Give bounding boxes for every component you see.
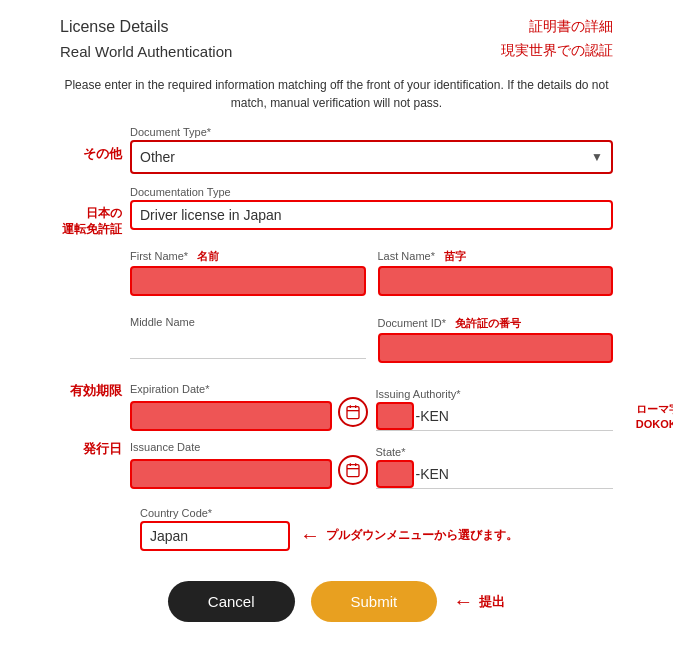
doc-subtype-sublabel: Documentation Type: [130, 186, 613, 198]
issuance-date-row: [130, 455, 368, 489]
cancel-button[interactable]: Cancel: [168, 581, 295, 622]
submit-arrow-icon: ←: [453, 590, 473, 613]
doc-subtype-jp-label: 日本の 運転免許証: [60, 184, 130, 237]
doc-subtype-input[interactable]: [130, 200, 613, 230]
submit-button[interactable]: Submit: [311, 581, 438, 622]
name-fields: First Name* 名前 Last Name* 苗字: [130, 247, 613, 296]
expiry-jp-text: 有効期限: [70, 383, 122, 398]
last-name-jp: 苗字: [444, 250, 466, 262]
doc-id-group: Document ID* 免許証の番号: [378, 314, 614, 363]
issuance-jp-text: 発行日: [83, 441, 122, 456]
last-name-input[interactable]: [378, 266, 614, 296]
doc-id-jp: 免許証の番号: [455, 317, 521, 329]
issuance-row: 発行日 Issuance Date: [60, 439, 613, 489]
authority-input-row: -KEN: [376, 402, 614, 431]
issuance-fields: Issuance Date: [130, 439, 613, 489]
doc-subtype-row: 日本の 運転免許証 Documentation Type: [60, 184, 613, 237]
doc-type-jp-label: その他: [60, 124, 130, 163]
expiry-calendar-icon[interactable]: [338, 397, 368, 427]
issuance-jp-label: 発行日: [60, 439, 130, 458]
docid-jp-spacer: [60, 314, 130, 336]
page-title: License Details: [60, 18, 169, 36]
issuance-calendar-icon[interactable]: [338, 455, 368, 485]
country-row: Country Code* ← プルダウンメニューから選びます。: [60, 505, 613, 551]
issuance-date-input[interactable]: [130, 459, 332, 489]
doc-type-field-group: Document Type* Other Passport Driver Lic…: [130, 124, 613, 174]
middle-docid-two-col: Middle Name Document ID* 免許証の番号: [130, 314, 613, 363]
page-title-jp: 証明書の詳細: [529, 18, 613, 36]
doc-id-sublabel: Document ID* 免許証の番号: [378, 316, 614, 331]
state-input-wrapper: -KEN: [376, 460, 614, 489]
middle-name-group: Middle Name: [130, 314, 366, 363]
expiry-fields: Expiration Date*: [130, 381, 613, 431]
country-field-group: Country Code*: [140, 505, 290, 551]
submit-annotation: ← 提出: [453, 590, 505, 613]
subheader: Real World Authentication 現実世界での認証: [0, 40, 673, 70]
authority-sublabel: Issuing Authority*: [376, 388, 614, 400]
first-name-group: First Name* 名前: [130, 247, 366, 296]
submit-jp-text: 提出: [479, 593, 505, 611]
state-suffix-text: -KEN: [414, 466, 449, 482]
state-sublabel: State*: [376, 446, 614, 458]
country-input[interactable]: [140, 521, 290, 551]
doc-type-select[interactable]: Other Passport Driver License ID Card: [130, 140, 613, 174]
issuance-input-group: [130, 459, 332, 489]
authority-filled-box: [376, 402, 414, 430]
issuance-date-group: Issuance Date: [130, 439, 368, 489]
authority-group: Issuing Authority* -KEN ローマ字で、 DOKOKANO-…: [376, 386, 614, 431]
country-annotation-group: ← プルダウンメニューから選びます。: [300, 524, 518, 551]
state-filled-box: [376, 460, 414, 488]
first-name-input[interactable]: [130, 266, 366, 296]
expiry-sublabel: Expiration Date*: [130, 383, 368, 395]
authority-input-wrapper: -KEN: [376, 402, 614, 431]
expiry-date-row: [130, 397, 368, 431]
doc-type-row: その他 Document Type* Other Passport Driver…: [60, 124, 613, 174]
middle-name-sublabel: Middle Name: [130, 316, 366, 328]
middle-docid-fields: Middle Name Document ID* 免許証の番号: [130, 314, 613, 363]
name-jp-spacer: [60, 247, 130, 269]
expiry-input-group: [130, 401, 332, 431]
middle-name-input[interactable]: [130, 330, 366, 359]
form-area: その他 Document Type* Other Passport Driver…: [0, 124, 673, 551]
doc-subtype-field-group: Documentation Type: [130, 184, 613, 230]
country-sublabel: Country Code*: [140, 507, 290, 519]
expiry-row: 有効期限 Expiration Date*: [60, 381, 613, 431]
expiry-jp-label: 有効期限: [60, 381, 130, 400]
issuance-sublabel: Issuance Date: [130, 441, 368, 453]
middle-docid-row: Middle Name Document ID* 免許証の番号: [60, 314, 613, 363]
state-group: State* -KEN: [376, 444, 614, 489]
doc-type-sublabel: Document Type*: [130, 126, 613, 138]
expiry-date-group: Expiration Date*: [130, 381, 368, 431]
doc-type-select-wrapper[interactable]: Other Passport Driver License ID Card ▼: [130, 140, 613, 174]
state-input-row: -KEN: [376, 460, 614, 489]
subheader-title: Real World Authentication: [60, 43, 232, 60]
notice-text: Please enter in the required information…: [0, 70, 673, 124]
name-two-col: First Name* 名前 Last Name* 苗字: [130, 247, 613, 296]
footer-buttons: Cancel Submit ← 提出: [0, 561, 673, 632]
last-name-label: Last Name* 苗字: [378, 249, 614, 264]
subheader-title-jp: 現実世界での認証: [501, 42, 613, 60]
last-name-group: Last Name* 苗字: [378, 247, 614, 296]
name-row: First Name* 名前 Last Name* 苗字: [60, 247, 613, 296]
first-name-jp: 名前: [197, 250, 219, 262]
doc-id-input[interactable]: [378, 333, 614, 363]
header: License Details 証明書の詳細: [0, 0, 673, 40]
svg-rect-0: [347, 407, 359, 419]
authority-suffix-text: -KEN: [414, 408, 449, 424]
expiry-date-input[interactable]: [130, 401, 332, 431]
authority-jp-annotation: ローマ字で、 DOKOKANO-KEN: [636, 386, 673, 432]
country-annotation-text: プルダウンメニューから選びます。: [326, 527, 518, 544]
svg-rect-4: [347, 465, 359, 477]
first-name-label: First Name* 名前: [130, 249, 366, 264]
country-arrow-icon: ←: [300, 524, 320, 547]
